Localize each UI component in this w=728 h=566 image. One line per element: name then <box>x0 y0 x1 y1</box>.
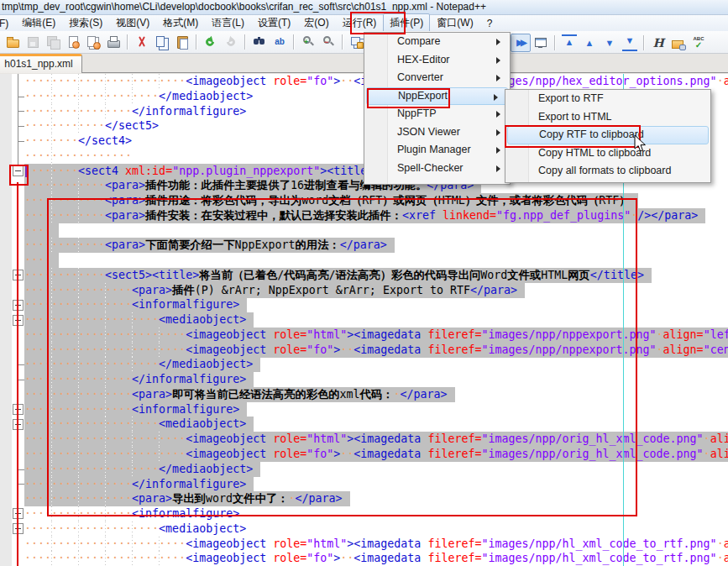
menubar-item-搜索-s[interactable]: 搜索(S) <box>62 13 109 33</box>
editor-line[interactable]: ················</informalfigure> <box>24 477 254 492</box>
indent-guide <box>51 417 52 432</box>
editor-line[interactable]: ················</informalfigure> <box>24 104 246 119</box>
editor-line[interactable]: ····················</mediaobject> <box>24 462 260 477</box>
print-button[interactable] <box>103 33 123 51</box>
zoom-in-button[interactable]: + <box>298 33 318 51</box>
menu-item-compare[interactable]: Compare <box>364 33 510 51</box>
indent-guide <box>78 104 79 119</box>
editor-line[interactable]: ············<para>插件用途：将彩色代码，导出为word文档（R… <box>24 193 638 208</box>
undo-button[interactable] <box>201 33 221 51</box>
menubar-item-插件-p[interactable]: 插件(P) <box>383 13 430 33</box>
tab-ch01s1-npp-xml[interactable]: h01s1_npp.xml <box>0 54 82 73</box>
indent-guide <box>51 328 52 343</box>
editor-line[interactable]: ····················<mediaobject> <box>24 417 254 432</box>
open-folder-button[interactable] <box>3 33 23 51</box>
indent-dots: ···················· <box>24 313 159 326</box>
indent-guide <box>51 357 52 372</box>
indent-guide <box>78 447 79 462</box>
header-style-button[interactable]: H <box>648 34 668 52</box>
editor-line[interactable]: ················<informalfigure> <box>24 297 247 312</box>
editor-line[interactable]: ················ <box>24 149 132 164</box>
find-button[interactable] <box>249 33 270 51</box>
editor-line[interactable]: ····················<mediaobject> <box>24 521 246 537</box>
menu-item-nppexport[interactable]: NppExport <box>366 87 508 106</box>
code-segment: "images/npp/nppexport.png" <box>481 343 656 356</box>
indent-guide <box>132 328 133 343</box>
editor-line[interactable]: ················</informalfigure> <box>24 372 254 387</box>
goto-last-button[interactable]: ▼ <box>620 34 640 52</box>
menu-item-spell-checker[interactable]: Spell-Checker <box>364 160 510 178</box>
code-segment: </mediaobject> <box>159 90 253 102</box>
indent-guide <box>159 343 160 358</box>
indent-dots: ···················· <box>24 90 159 102</box>
paste-icon <box>175 34 190 50</box>
code-segment: "fo" <box>306 448 333 460</box>
editor-line[interactable]: ············</sect5> <box>24 118 159 134</box>
menubar-item-item[interactable]: ? <box>480 15 500 32</box>
cut-button[interactable] <box>132 33 152 51</box>
macro-playback-button[interactable]: ▶▶ <box>511 34 531 52</box>
menu-item-export-to-html[interactable]: Export to HTML <box>505 108 710 127</box>
fold-end-tick <box>18 97 24 97</box>
replace-button[interactable]: ab <box>270 33 290 51</box>
editor-line[interactable]: ····················<mediaobject> <box>24 312 254 328</box>
indent-guide <box>105 491 106 506</box>
menubar-item-语言-l[interactable]: 语言(L) <box>205 13 251 33</box>
code-segment: · <box>657 343 663 356</box>
redo-button[interactable] <box>221 33 241 51</box>
run-in-browser-button[interactable] <box>531 34 551 52</box>
editor-line[interactable]: ············<para>插件安装：在安装过程中，默认已选择安装此插件… <box>24 208 705 223</box>
save-button[interactable] <box>23 33 43 51</box>
close-file-button[interactable] <box>63 33 83 51</box>
submenu-arrow-icon <box>494 94 501 101</box>
indent-dots: ············ <box>24 238 105 251</box>
indent-guide <box>78 118 79 134</box>
spell-check-button[interactable]: ABC✓ <box>689 34 709 52</box>
fold-collapse-box[interactable] <box>13 165 24 176</box>
menu-item-copy-html-to-clipboard[interactable]: Copy HTML to clipboard <box>505 144 710 163</box>
editor-line[interactable]: ···· <box>24 253 59 268</box>
indent-guide <box>78 477 79 492</box>
zoom-out-button[interactable]: − <box>318 33 338 51</box>
menu-item-export-to-rtf[interactable]: Export to RTF <box>505 90 710 108</box>
menu-item-converter[interactable]: Converter <box>364 69 510 87</box>
menubar-item-运行-r[interactable]: 运行(R) <box>336 13 384 33</box>
menu-item-plugin-manager[interactable]: Plugin Manager <box>364 141 510 160</box>
menu-item-copy-all-formats-to-clipboard[interactable]: Copy all formats to clipboard <box>505 162 710 181</box>
close-all-button[interactable] <box>83 33 103 51</box>
line-content: ················<para>插件(P) &rArr; NppEx… <box>24 283 525 298</box>
indent-guide <box>132 462 133 477</box>
editor-line[interactable]: ········</sect4> <box>24 134 132 149</box>
menu-item-copy-rtf-to-clipboard[interactable]: Copy RTF to clipboard <box>507 126 709 144</box>
editor-line[interactable]: ················<para>即可将当前已经语法高亮的彩色的xml… <box>24 387 455 402</box>
editor-line[interactable]: ················<informalfigure> <box>24 506 239 521</box>
menubar-item-宏-o[interactable]: 宏(O) <box>297 13 335 33</box>
menu-item-json-viewer[interactable]: JSON Viewer <box>364 123 510 142</box>
save-all-button[interactable] <box>43 33 63 51</box>
editor-line[interactable]: ····················</mediaobject> <box>24 89 253 104</box>
menubar-item-编辑-e[interactable]: 编辑(E) <box>15 13 62 33</box>
editor-line[interactable]: ············<para>下面简要介绍一下NppExport的用法：<… <box>24 238 395 253</box>
editor-line[interactable]: ················<informalfigure> <box>24 402 247 417</box>
menubar-item-视图-v[interactable]: 视图(V) <box>109 13 156 33</box>
menu-item-hex-editor[interactable]: HEX-Editor <box>364 51 510 70</box>
menu-item-nppftp[interactable]: NppFTP <box>364 105 510 123</box>
menubar-item-窗口-w[interactable]: 窗口(W) <box>430 13 479 33</box>
paste-button[interactable] <box>172 33 192 51</box>
copy-button[interactable] <box>152 33 172 51</box>
editor-line[interactable]: ···· <box>24 223 59 238</box>
goto-next-button[interactable]: ▼ <box>600 34 620 52</box>
goto-first-button[interactable]: ▲ <box>559 34 579 52</box>
editor-line[interactable]: ················<para>插件(P) &rArr; NppEx… <box>24 283 525 298</box>
editor-line[interactable]: ····················</mediaobject> <box>24 357 260 372</box>
menubar-item-格式-m[interactable]: 格式(M) <box>156 13 205 33</box>
menubar-item-设置-t[interactable]: 设置(T) <box>251 13 297 33</box>
indent-guide <box>159 537 160 552</box>
editor-line[interactable]: ············<sect5><title>将当前（已着色/代码高亮/语… <box>24 268 652 283</box>
editor-line[interactable]: ················<para>导出到word文件中了：·</par… <box>24 491 350 506</box>
folder-as-workspace-button[interactable] <box>668 34 689 52</box>
code-segment: ·· <box>340 343 354 356</box>
menubar-item-f[interactable]: F) <box>0 15 15 32</box>
goto-prev-button[interactable]: ▲ <box>579 34 600 52</box>
indent-guide <box>78 521 79 537</box>
